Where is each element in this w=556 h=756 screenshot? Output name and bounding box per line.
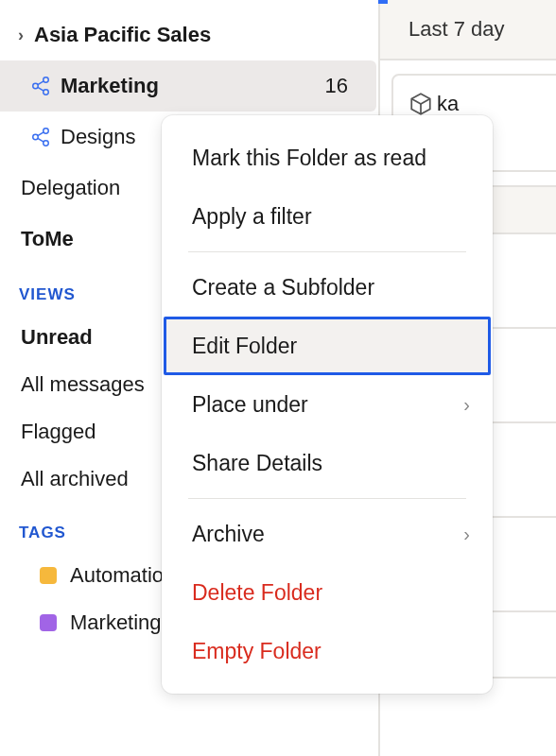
chevron-right-icon: › (463, 394, 470, 416)
folder-label: Delegation (21, 176, 120, 200)
folder-label: ToMe (21, 227, 74, 251)
svg-line-9 (38, 138, 43, 142)
folder-asia-pacific-sales[interactable]: › Asia Pacific Sales (0, 9, 376, 60)
menu-separator (188, 251, 466, 252)
svg-point-1 (43, 77, 49, 83)
svg-line-3 (38, 81, 43, 85)
menu-place-under[interactable]: Place under › (164, 375, 491, 434)
folder-marketing[interactable]: Marketing 16 (0, 60, 376, 112)
svg-point-2 (43, 90, 49, 95)
svg-line-8 (38, 132, 43, 136)
menu-mark-as-read[interactable]: Mark this Folder as read (164, 129, 491, 187)
menu-empty-folder[interactable]: Empty Folder (164, 622, 491, 680)
svg-point-6 (43, 129, 49, 134)
folder-label: Designs (61, 125, 135, 149)
share-icon (30, 76, 51, 96)
cube-icon (408, 92, 437, 116)
svg-point-5 (33, 134, 39, 140)
share-icon (30, 127, 51, 147)
chevron-right-icon: › (13, 26, 28, 45)
svg-line-4 (38, 87, 43, 91)
menu-create-subfolder[interactable]: Create a Subfolder (164, 258, 491, 317)
tag-swatch (40, 567, 57, 584)
folder-label: Asia Pacific Sales (34, 23, 211, 47)
menu-share-details[interactable]: Share Details (164, 434, 491, 492)
menu-edit-folder[interactable]: Edit Folder (164, 317, 491, 375)
folder-context-menu: Mark this Folder as read Apply a filter … (162, 115, 493, 694)
menu-separator (188, 498, 466, 499)
folder-count: 16 (325, 74, 348, 98)
svg-point-7 (43, 141, 49, 146)
date-filter-button[interactable]: Last 7 day (380, 0, 556, 60)
menu-archive[interactable]: Archive › (164, 505, 491, 563)
folder-label: Marketing (61, 74, 159, 98)
menu-delete-folder[interactable]: Delete Folder (164, 563, 491, 622)
menu-apply-filter[interactable]: Apply a filter (164, 187, 491, 246)
svg-point-0 (33, 83, 39, 89)
chevron-right-icon: › (463, 524, 470, 545)
tag-swatch (40, 614, 57, 631)
